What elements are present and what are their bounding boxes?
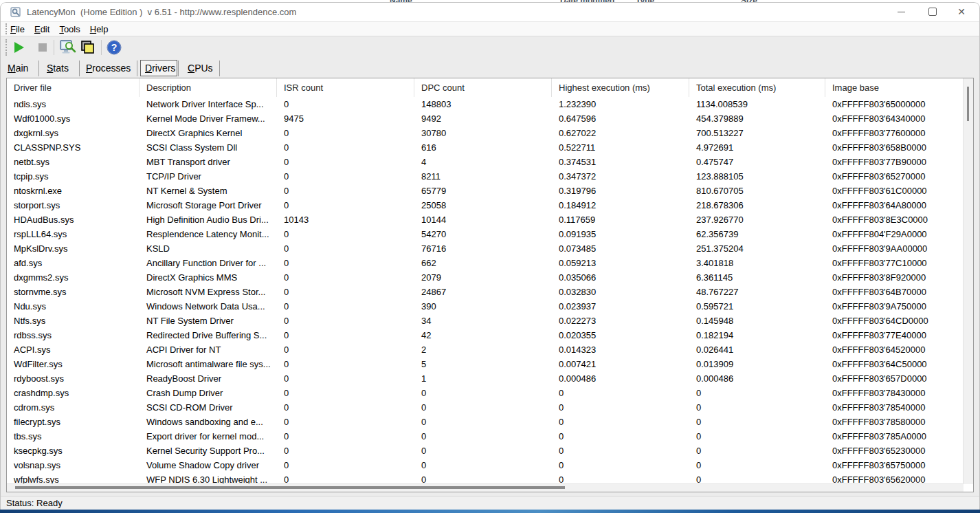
tab-main[interactable]: Main bbox=[8, 63, 28, 74]
close-button[interactable]: ✕ bbox=[946, 3, 977, 21]
table-row[interactable]: volsnap.sysVolume Shadow Copy driver0000… bbox=[7, 458, 964, 472]
table-row[interactable]: stornvme.sysMicrosoft NVM Express Stor..… bbox=[7, 285, 964, 299]
table-row[interactable]: ndis.sysNetwork Driver Interface Sp...01… bbox=[7, 97, 964, 111]
table-cell: 0 bbox=[689, 458, 825, 472]
table-row[interactable]: Ntfs.sysNT File System Driver0340.022273… bbox=[7, 314, 964, 328]
table-row[interactable]: ACPI.sysACPI Driver for NT020.0143230.02… bbox=[7, 342, 964, 357]
table-cell: 0xFFFFF803'78430000 bbox=[825, 386, 964, 400]
table-row[interactable]: rdyboost.sysReadyBoost Driver010.0004860… bbox=[7, 371, 964, 386]
table-row[interactable]: afd.sysAncillary Function Driver for ...… bbox=[7, 256, 964, 270]
tab-stats[interactable]: Stats bbox=[47, 63, 69, 74]
table-cell: Windows sandboxing and e... bbox=[140, 415, 277, 429]
analyze-button[interactable] bbox=[58, 39, 76, 56]
table-cell: 0 bbox=[277, 299, 414, 314]
table-cell: 0 bbox=[277, 227, 414, 241]
table-cell: 0xFFFFF803'77E40000 bbox=[825, 328, 964, 342]
table-row[interactable]: storport.sysMicrosoft Storage Port Drive… bbox=[7, 198, 964, 212]
screen: Name Date modified Type Size LatencyMon … bbox=[0, 0, 980, 513]
table-row[interactable]: Ndu.sysWindows Network Data Usa...03900.… bbox=[7, 299, 964, 314]
start-monitor-button[interactable] bbox=[10, 39, 28, 56]
column-header-highest-execution[interactable]: Highest execution (ms) bbox=[552, 78, 689, 97]
tab-separator bbox=[219, 61, 220, 76]
table-row[interactable]: tcpip.sysTCP/IP Driver082110.347372123.8… bbox=[7, 169, 964, 184]
table-cell: Ntfs.sys bbox=[7, 314, 140, 328]
toolbar-grip-handle[interactable] bbox=[5, 39, 7, 56]
table-cell: 0xFFFFF803'65750000 bbox=[825, 458, 964, 472]
table-row[interactable]: netbt.sysMBT Transport driver040.3745310… bbox=[7, 155, 964, 169]
table-cell: 390 bbox=[414, 299, 552, 314]
table-row[interactable]: WdFilter.sysMicrosoft antimalware file s… bbox=[7, 357, 964, 371]
table-cell: 0 bbox=[277, 184, 414, 198]
table-row[interactable]: cdrom.sysSCSI CD-ROM Driver00000xFFFFF80… bbox=[7, 400, 964, 415]
table-cell: 0.374531 bbox=[552, 155, 689, 169]
stop-monitor-button[interactable] bbox=[34, 39, 52, 56]
menu-tools[interactable]: Tools bbox=[59, 24, 80, 34]
menu-edit[interactable]: Edit bbox=[34, 24, 49, 34]
help-button[interactable]: ? bbox=[105, 39, 123, 56]
table-cell: 0.184912 bbox=[552, 198, 689, 212]
table-cell: 0 bbox=[689, 386, 825, 400]
table-row[interactable]: dxgkrnl.sysDirectX Graphics Kernel030780… bbox=[7, 126, 964, 140]
tab-separator bbox=[79, 61, 80, 76]
table-cell: 0xFFFFF803'64340000 bbox=[825, 111, 964, 126]
table-cell: ndis.sys bbox=[7, 97, 140, 111]
column-header-driver-file[interactable]: Driver file bbox=[7, 78, 140, 97]
table-cell: 25058 bbox=[414, 198, 552, 212]
menu-help[interactable]: Help bbox=[90, 24, 109, 34]
table-cell: MBT Transport driver bbox=[140, 155, 277, 169]
table-cell: 10144 bbox=[414, 212, 552, 227]
table-row[interactable]: rspLLL64.sysResplendence Latency Monit..… bbox=[7, 227, 964, 241]
table-cell: 10143 bbox=[277, 212, 414, 227]
table-cell: 0 bbox=[277, 342, 414, 357]
table-row[interactable]: Wdf01000.sysKernel Mode Driver Framew...… bbox=[7, 111, 964, 126]
table-cell: crashdmp.sys bbox=[7, 386, 140, 400]
column-header-total-execution[interactable]: Total execution (ms) bbox=[689, 78, 825, 97]
table-cell: 42 bbox=[414, 328, 552, 342]
tab-drivers[interactable]: Drivers bbox=[145, 63, 175, 74]
column-header-image-base[interactable]: Image base bbox=[825, 78, 973, 97]
table-cell: Wdf01000.sys bbox=[7, 111, 140, 126]
table-row[interactable]: rdbss.sysRedirected Drive Buffering S...… bbox=[7, 328, 964, 342]
table-row[interactable]: filecrypt.sysWindows sandboxing and e...… bbox=[7, 415, 964, 429]
column-header-dpc-count[interactable]: DPC count bbox=[414, 78, 552, 97]
menu-grip-handle[interactable] bbox=[5, 23, 7, 34]
minimize-button[interactable] bbox=[886, 3, 916, 21]
copy-report-button[interactable] bbox=[79, 39, 97, 56]
tab-processes[interactable]: Processes bbox=[86, 63, 131, 74]
table-cell: tcpip.sys bbox=[7, 169, 140, 184]
table-cell: 0 bbox=[414, 444, 552, 458]
table-cell: 0xFFFFF803'64520000 bbox=[825, 342, 964, 357]
table-row[interactable]: ntoskrnl.exeNT Kernel & System0657790.31… bbox=[7, 184, 964, 198]
table-row[interactable]: crashdmp.sysCrash Dump Driver00000xFFFFF… bbox=[7, 386, 964, 400]
menu-file[interactable]: File bbox=[10, 24, 25, 34]
horizontal-scrollbar-thumb[interactable] bbox=[15, 486, 565, 489]
table-row[interactable]: ksecpkg.sysKernel Security Support Pro..… bbox=[7, 444, 964, 458]
minimize-icon bbox=[898, 12, 905, 12]
table-cell: 810.670705 bbox=[689, 184, 825, 198]
table-cell: ksecpkg.sys bbox=[7, 444, 140, 458]
table-cell: 0 bbox=[414, 415, 552, 429]
table-cell: 0.032830 bbox=[552, 285, 689, 299]
table-cell: 0 bbox=[689, 472, 825, 484]
table-cell: NT File System Driver bbox=[140, 314, 277, 328]
help-icon: ? bbox=[106, 39, 122, 56]
table-header: Driver file Description ISR count DPC co… bbox=[7, 78, 973, 97]
column-header-isr-count[interactable]: ISR count bbox=[277, 78, 414, 97]
table-cell: Redirected Drive Buffering S... bbox=[140, 328, 277, 342]
tab-cpus[interactable]: CPUs bbox=[188, 63, 213, 74]
horizontal-scrollbar[interactable] bbox=[7, 483, 964, 492]
table-row[interactable]: MpKslDrv.sysKSLD0767160.073485251.375204… bbox=[7, 241, 964, 256]
vertical-scrollbar[interactable] bbox=[963, 78, 973, 484]
table-row[interactable]: CLASSPNP.SYSSCSI Class System Dll06160.5… bbox=[7, 140, 964, 155]
table-row[interactable]: HDAudBus.sysHigh Definition Audio Bus Dr… bbox=[7, 212, 964, 227]
table-cell: 9492 bbox=[414, 111, 552, 126]
maximize-button[interactable] bbox=[917, 3, 948, 21]
table-row[interactable]: dxgmms2.sysDirectX Graphics MMS020790.03… bbox=[7, 270, 964, 285]
table-row[interactable]: tbs.sysExport driver for kernel mod...00… bbox=[7, 429, 964, 444]
vertical-scrollbar-thumb[interactable] bbox=[967, 87, 969, 121]
monitor-magnifier-icon bbox=[58, 39, 76, 56]
column-header-description[interactable]: Description bbox=[140, 78, 277, 97]
table-cell: Volume Shadow Copy driver bbox=[140, 458, 277, 472]
table-cell: 0 bbox=[277, 169, 414, 184]
table-row[interactable]: wfplwfs.sysWFP NDIS 6.30 Lightweight ...… bbox=[7, 472, 964, 484]
